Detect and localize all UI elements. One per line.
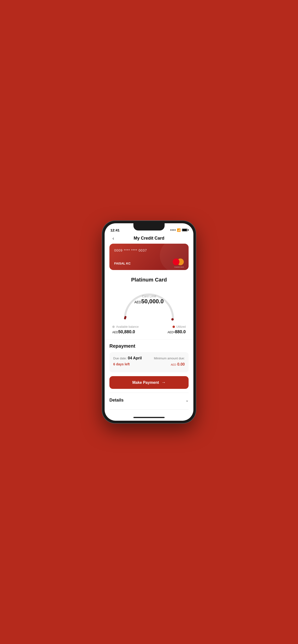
details-accordion: Details ⌄	[109, 393, 189, 408]
card-holder-name: FAISAL KC	[114, 262, 130, 265]
credit-card-section: 0009 **** **** 0037 FAISAL KC mastercard	[105, 244, 193, 274]
gauge-center: Card Limit AED50,000.0	[134, 294, 164, 305]
min-amount-value: AED 0.00	[171, 362, 185, 366]
scroll-content: 0009 **** **** 0037 FAISAL KC mastercard…	[105, 244, 193, 414]
signal-icon	[170, 230, 176, 230]
home-indicator	[105, 414, 193, 421]
details-title: Details	[109, 398, 123, 403]
arrow-right-icon: →	[162, 380, 166, 385]
history-accordion-header[interactable]: History ⌄	[109, 410, 189, 414]
card-title: Platinum Card	[105, 274, 193, 285]
gauge-container: Card Limit AED50,000.0	[105, 285, 193, 323]
repayment-section: Repayment Due date: 04 April Minimum amo…	[105, 339, 193, 393]
back-button[interactable]: ‹	[109, 234, 117, 242]
utilized-label: Utilized	[176, 325, 186, 328]
payment-button-label: Make Payment	[132, 380, 159, 385]
mastercard-logo	[173, 258, 184, 265]
available-balance-value: AED50,880.0	[112, 330, 139, 334]
mc-circle-left	[173, 258, 180, 265]
available-balance-label: Available balance	[116, 325, 139, 328]
days-left: 6 days left	[113, 362, 129, 366]
svg-point-0	[171, 318, 174, 320]
make-payment-button[interactable]: Make Payment →	[109, 376, 189, 389]
min-amount-label: Minimum amount due:	[154, 356, 185, 360]
gauge-amount: AED50,000.0	[134, 298, 164, 305]
card-number: 0009 **** **** 0037	[114, 248, 184, 252]
app-header: ‹ My Credit Card	[105, 234, 193, 244]
home-bar	[133, 417, 165, 418]
history-accordion: History ⌄	[109, 410, 189, 414]
available-balance-item: Available balance AED50,880.0	[112, 325, 139, 334]
utilized-balance-value: AED-880.0	[168, 330, 186, 334]
phone-frame: 12:41 📶 ‹ My Credit Card	[102, 221, 196, 423]
battery-icon	[182, 228, 188, 232]
wifi-icon: 📶	[177, 228, 181, 232]
status-time: 12:41	[110, 228, 119, 232]
gauge-label: Card Limit	[134, 294, 164, 298]
credit-card: 0009 **** **** 0037 FAISAL KC mastercard	[109, 244, 189, 270]
status-icons: 📶	[170, 228, 188, 232]
repayment-info-row: Due date: 04 April Minimum amount due:	[113, 356, 185, 360]
phone-screen: 12:41 📶 ‹ My Credit Card	[105, 223, 193, 421]
details-chevron-icon: ⌄	[186, 398, 189, 402]
page-title: My Credit Card	[134, 236, 164, 241]
utilized-dot	[173, 326, 175, 328]
gauge-currency: AED	[134, 300, 141, 304]
phone-notch	[133, 223, 165, 230]
details-accordion-header[interactable]: Details ⌄	[109, 393, 189, 408]
back-icon: ‹	[112, 236, 114, 241]
balance-row: Available balance AED50,880.0 Utilized A…	[105, 323, 193, 339]
mastercard-text: mastercard	[174, 266, 184, 268]
due-date-value: 04 April	[128, 356, 142, 360]
available-dot	[112, 326, 115, 328]
utilized-balance-item: Utilized AED-880.0	[168, 325, 186, 334]
repayment-title: Repayment	[109, 343, 189, 349]
due-date-label: Due date:	[113, 356, 127, 360]
repayment-card: Due date: 04 April Minimum amount due: 6…	[109, 352, 189, 372]
card-bottom: FAISAL KC	[114, 258, 184, 265]
repayment-values-row: 6 days left AED 0.00	[113, 362, 185, 366]
